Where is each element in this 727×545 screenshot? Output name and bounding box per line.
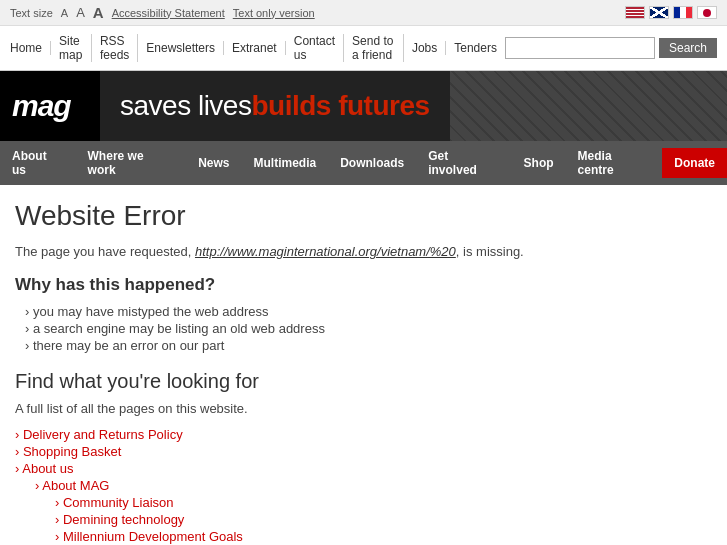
flag-jp[interactable] — [697, 6, 717, 19]
nav-get-involved[interactable]: Get involved — [416, 141, 511, 185]
nav-downloads[interactable]: Downloads — [328, 148, 416, 178]
nav-enewsletters[interactable]: Enewsletters — [138, 41, 224, 55]
error-url[interactable]: http://www.maginternational.org/vietnam/… — [195, 244, 456, 259]
page-title: Website Error — [15, 200, 705, 232]
nav-send[interactable]: Send to a friend — [344, 34, 404, 62]
nav-rss[interactable]: RSS feeds — [92, 34, 138, 62]
reasons: you may have mistyped the web address a … — [15, 303, 705, 354]
find-title: Find what you're looking for — [15, 370, 705, 393]
nav-links: Home Site map RSS feeds Enewsletters Ext… — [10, 26, 505, 70]
reason-3: there may be an error on our part — [25, 337, 705, 354]
sitemap-link[interactable]: Demining technology — [15, 511, 705, 528]
donate-button[interactable]: Donate — [662, 148, 727, 178]
why-title: Why has this happened? — [15, 275, 705, 295]
nav-media-centre[interactable]: Media centre — [566, 141, 663, 185]
nav-jobs[interactable]: Jobs — [404, 41, 446, 55]
nav-tenders[interactable]: Tenders — [446, 41, 505, 55]
top-bar-left: Text size A A A Accessibility Statement … — [10, 4, 315, 21]
nav-where-we-work[interactable]: Where we work — [76, 141, 187, 185]
logo: mag — [12, 89, 71, 123]
nav-news[interactable]: News — [186, 148, 241, 178]
text-only-link[interactable]: Text only version — [233, 7, 315, 19]
reason-1: you may have mistyped the web address — [25, 303, 705, 320]
flag-fr[interactable] — [673, 6, 693, 19]
text-size-label: Text size — [10, 7, 53, 19]
full-list-desc: A full list of all the pages on this web… — [15, 401, 705, 416]
nav-about-us[interactable]: About us — [0, 141, 76, 185]
error-description: The page you have requested, http://www.… — [15, 244, 705, 259]
sitemap-link[interactable]: Millennium Development Goals — [15, 528, 705, 545]
tagline-plain: saves lives — [120, 90, 251, 122]
reason-2: a search engine may be listing an old we… — [25, 320, 705, 337]
text-size-small[interactable]: A — [61, 7, 68, 19]
search-box: Search — [505, 37, 717, 59]
tagline-red: builds futures — [251, 90, 429, 122]
search-input[interactable] — [505, 37, 655, 59]
error-suffix: , is missing. — [456, 244, 524, 259]
error-intro: The page you have requested, — [15, 244, 195, 259]
main-nav: About us Where we work News Multimedia D… — [0, 141, 727, 185]
sitemap-link[interactable]: About us — [15, 460, 705, 477]
text-size-large[interactable]: A — [93, 4, 104, 21]
flag-bar — [625, 6, 717, 19]
nav-extranet[interactable]: Extranet — [224, 41, 286, 55]
banner: mag saves lives builds futures — [0, 71, 727, 141]
nav-contact[interactable]: Contact us — [286, 34, 344, 62]
banner-tagline: saves lives builds futures — [100, 71, 450, 141]
flag-us[interactable] — [625, 6, 645, 19]
nav-multimedia[interactable]: Multimedia — [242, 148, 329, 178]
top-bar: Text size A A A Accessibility Statement … — [0, 0, 727, 26]
content: Website Error The page you have requeste… — [0, 185, 720, 545]
nav-bar: Home Site map RSS feeds Enewsletters Ext… — [0, 26, 727, 71]
banner-background — [450, 71, 727, 141]
flag-gb[interactable] — [649, 6, 669, 19]
nav-sitemap[interactable]: Site map — [51, 34, 92, 62]
sitemap-link[interactable]: Community Liaison — [15, 494, 705, 511]
text-size-medium[interactable]: A — [76, 5, 85, 20]
search-button[interactable]: Search — [659, 38, 717, 58]
sitemap-link[interactable]: Shopping Basket — [15, 443, 705, 460]
sitemap: Delivery and Returns PolicyShopping Bask… — [15, 426, 705, 545]
accessibility-link[interactable]: Accessibility Statement — [112, 7, 225, 19]
nav-shop[interactable]: Shop — [512, 148, 566, 178]
logo-box: mag — [0, 71, 100, 141]
sitemap-link[interactable]: Delivery and Returns Policy — [15, 426, 705, 443]
nav-home[interactable]: Home — [10, 41, 51, 55]
sitemap-link[interactable]: About MAG — [15, 477, 705, 494]
